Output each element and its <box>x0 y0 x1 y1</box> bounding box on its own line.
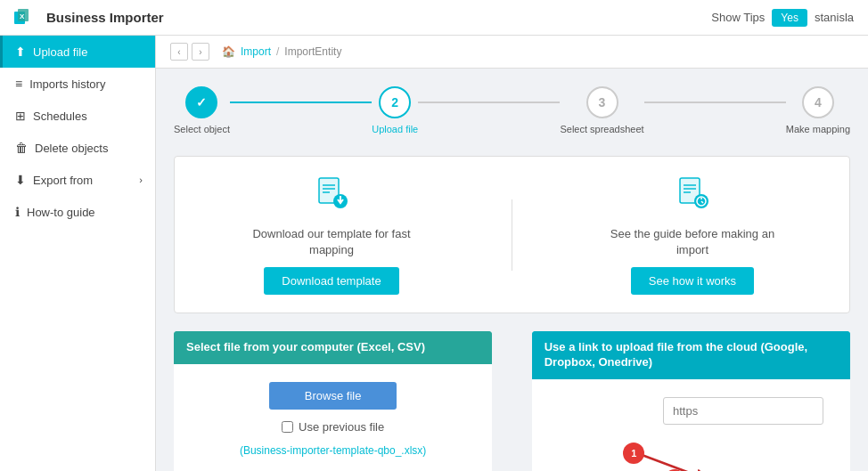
wizard-label-2: Upload file <box>372 124 418 134</box>
bottom-row: Select file from your computer (Excel, C… <box>174 331 850 471</box>
main-layout: ⬆ Upload file ≡ Imports history ⊞ Schedu… <box>0 36 868 471</box>
wizard-step-4: 4 Make mapping <box>786 86 850 134</box>
wizard-line-1 <box>230 102 372 103</box>
wizard-circle-2: 2 <box>379 86 411 118</box>
breadcrumb-bar: ‹ › 🏠 Import / ImportEntity <box>156 36 868 69</box>
user-name: stanisla <box>815 11 854 24</box>
wizard-circle-3: 3 <box>586 86 618 118</box>
or-label: or <box>506 398 517 471</box>
upload-computer-body: Browse file Use previous file (Business-… <box>174 364 492 471</box>
browse-file-button[interactable]: Browse file <box>269 382 397 410</box>
file-name: Business-importer-template-qbo_.xlsx <box>243 444 422 457</box>
app-title: Business Importer <box>46 10 164 25</box>
use-previous-file-checkbox[interactable] <box>282 421 293 433</box>
wizard: ✓ Select object 2 Upload file 3 Select s… <box>174 86 850 134</box>
breadcrumb-separator: / <box>276 45 279 58</box>
delete-icon: 🗑 <box>15 141 28 155</box>
arrow-diagram: 1 2 <box>610 435 771 471</box>
sidebar-item-label: Schedules <box>33 110 87 123</box>
wizard-step-1: ✓ Select object <box>174 86 230 134</box>
sidebar-item-upload-file[interactable]: ⬆ Upload file <box>0 36 155 68</box>
cloud-url-input[interactable] <box>663 397 823 425</box>
nav-back-button[interactable]: ‹ <box>170 43 188 61</box>
see-how-works-button[interactable]: See how it works <box>631 267 754 295</box>
wizard-label-4: Make mapping <box>786 124 850 134</box>
cloud-upload-card: Use a link to upload file from the cloud… <box>532 331 850 471</box>
breadcrumb-import[interactable]: Import <box>241 45 271 58</box>
svg-text:X: X <box>20 12 25 20</box>
download-template-button[interactable]: Download template <box>264 267 398 295</box>
info-icon: ℹ <box>15 205 20 219</box>
use-previous-file-label: Use previous file <box>299 420 384 434</box>
card-divider <box>512 199 512 271</box>
sidebar-item-imports-history[interactable]: ≡ Imports history <box>0 68 155 100</box>
sidebar-item-label: Delete objects <box>35 142 108 155</box>
sidebar-item-schedules[interactable]: ⊞ Schedules <box>0 100 155 132</box>
wizard-line-2 <box>418 102 560 103</box>
sidebar-item-export-from[interactable]: ⬇ Export from › <box>0 164 155 196</box>
history-icon: ≡ <box>15 77 22 91</box>
previous-file-link[interactable]: (Business-importer-template-qbo_.xlsx) <box>240 444 426 457</box>
wizard-label-1: Select object <box>174 124 230 134</box>
cloud-upload-header: Use a link to upload file from the cloud… <box>532 331 850 379</box>
sidebar-item-how-to-guide[interactable]: ℹ How-to guide <box>0 196 155 228</box>
sidebar-item-label: Export from <box>33 174 93 187</box>
logo-icon: X <box>14 9 39 27</box>
use-previous-file-row: Use previous file <box>282 420 384 434</box>
upload-computer-card: Select file from your computer (Excel, C… <box>174 331 492 471</box>
main-content: ‹ › 🏠 Import / ImportEntity ✓ Select obj… <box>156 36 868 471</box>
sidebar-item-label: Imports history <box>29 77 105 91</box>
download-template-icon <box>314 175 349 217</box>
sidebar: ⬆ Upload file ≡ Imports history ⊞ Schedu… <box>0 36 156 471</box>
wizard-circle-4: 4 <box>802 86 834 118</box>
export-icon: ⬇ <box>15 173 26 187</box>
svg-line-17 <box>637 453 708 471</box>
nav-arrows: ‹ › <box>170 43 209 61</box>
sidebar-item-delete-objects[interactable]: 🗑 Delete objects <box>0 132 155 164</box>
nav-forward-button[interactable]: › <box>192 43 209 61</box>
sidebar-item-label: Upload file <box>33 45 87 59</box>
wizard-circle-1: ✓ <box>185 86 217 118</box>
see-how-works-card: See the guide before making an import Se… <box>594 175 790 295</box>
app-logo: X Business Importer <box>14 9 164 27</box>
chevron-right-icon: › <box>139 175 143 185</box>
topbar-right: Show Tips Yes stanisla <box>711 9 854 27</box>
wizard-step-3: 3 Select spreadsheet <box>560 86 643 134</box>
home-icon: 🏠 <box>222 45 235 58</box>
see-how-works-text: See the guide before making an import <box>594 226 790 258</box>
download-template-text: Download our template for fast mapping <box>233 226 430 258</box>
cloud-upload-body: 1 2 Next <box>532 379 850 471</box>
upload-icon: ⬆ <box>15 45 26 59</box>
upload-computer-header: Select file from your computer (Excel, C… <box>174 331 492 364</box>
show-tips-label: Show Tips <box>711 11 765 24</box>
sidebar-item-label: How-to guide <box>27 206 95 219</box>
content-area: ✓ Select object 2 Upload file 3 Select s… <box>156 69 868 471</box>
schedules-icon: ⊞ <box>15 109 26 123</box>
cards-row: Download our template for fast mapping D… <box>174 156 850 313</box>
see-how-works-icon <box>675 175 710 217</box>
wizard-step-2: 2 Upload file <box>372 86 418 134</box>
wizard-line-3 <box>644 102 786 103</box>
topbar: X Business Importer Show Tips Yes stanis… <box>0 0 868 36</box>
show-tips-yes-button[interactable]: Yes <box>772 9 807 27</box>
wizard-label-3: Select spreadsheet <box>560 124 643 134</box>
breadcrumb-entity: ImportEntity <box>284 45 341 58</box>
download-template-card: Download our template for fast mapping D… <box>233 175 430 295</box>
